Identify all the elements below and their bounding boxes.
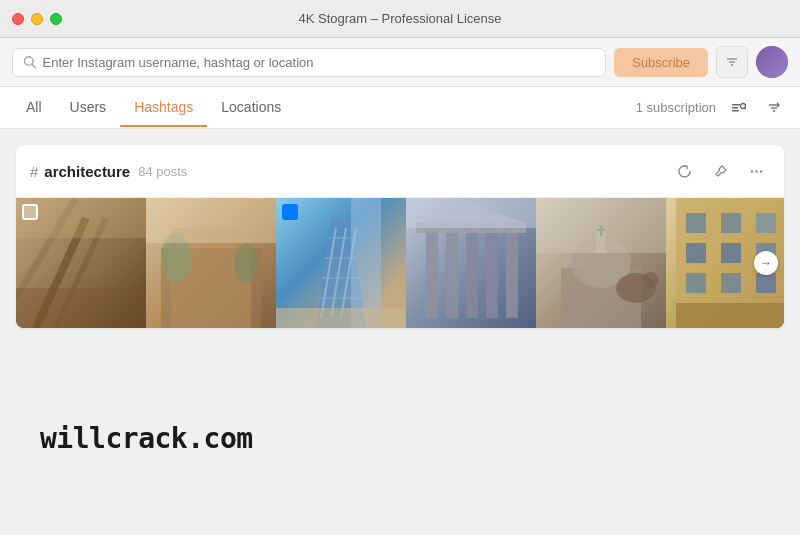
sort-icon — [766, 100, 782, 116]
svg-rect-56 — [536, 198, 666, 253]
image-checkbox-3[interactable] — [282, 204, 298, 220]
svg-rect-27 — [146, 198, 276, 243]
search-input[interactable] — [43, 55, 596, 70]
hashtag-name: architecture — [44, 163, 130, 180]
nav-tabs: All Users Hashtags Locations 1 subscript… — [0, 87, 800, 129]
svg-point-26 — [234, 243, 258, 283]
svg-rect-60 — [721, 213, 741, 233]
image-svg-2 — [146, 198, 276, 328]
images-row: → — [16, 198, 784, 328]
svg-rect-20 — [16, 288, 146, 328]
svg-point-13 — [750, 170, 752, 172]
image-thumb-1[interactable] — [16, 198, 146, 328]
svg-rect-41 — [446, 228, 458, 318]
svg-rect-59 — [686, 213, 706, 233]
svg-rect-6 — [732, 107, 738, 109]
more-icon — [749, 164, 764, 179]
pin-button[interactable] — [706, 157, 734, 185]
avatar-image — [756, 46, 788, 78]
svg-rect-61 — [756, 213, 776, 233]
svg-line-1 — [32, 64, 35, 67]
svg-rect-40 — [426, 228, 438, 318]
search-icon — [23, 55, 37, 69]
svg-rect-66 — [721, 273, 741, 293]
svg-rect-43 — [486, 228, 498, 318]
search-bar: Subscribe — [0, 38, 800, 87]
content-area: # architecture 84 posts — [0, 129, 800, 535]
traffic-lights — [12, 13, 62, 25]
tab-locations[interactable]: Locations — [207, 89, 295, 127]
more-options-button[interactable] — [742, 157, 770, 185]
sort-button[interactable] — [760, 94, 788, 122]
hashtag-symbol: # — [30, 163, 38, 180]
svg-rect-68 — [676, 303, 784, 328]
image-svg-5 — [536, 198, 666, 328]
minimize-button[interactable] — [31, 13, 43, 25]
svg-rect-67 — [756, 273, 776, 293]
svg-rect-44 — [506, 228, 518, 318]
image-svg-4 — [406, 198, 536, 328]
filter-button[interactable] — [716, 46, 748, 78]
search-subscriptions-button[interactable] — [724, 94, 752, 122]
svg-rect-5 — [732, 104, 740, 106]
hashtag-header: # architecture 84 posts — [16, 145, 784, 198]
image-thumb-5[interactable] — [536, 198, 666, 328]
svg-line-9 — [745, 108, 746, 110]
image-checkbox-1[interactable] — [22, 204, 38, 220]
image-thumb-2[interactable] — [146, 198, 276, 328]
filter-icon — [725, 55, 739, 69]
svg-rect-38 — [276, 308, 406, 328]
svg-rect-7 — [732, 110, 739, 112]
tab-users[interactable]: Users — [56, 89, 121, 127]
svg-point-15 — [759, 170, 761, 172]
window-title: 4K Stogram – Professional License — [298, 11, 501, 26]
tab-hashtags[interactable]: Hashtags — [120, 89, 207, 127]
svg-point-55 — [643, 272, 659, 288]
svg-rect-47 — [406, 198, 536, 228]
title-bar: 4K Stogram – Professional License — [0, 0, 800, 38]
refresh-icon — [677, 164, 692, 179]
watermark: willcrack.com — [40, 422, 253, 455]
hashtag-actions — [670, 157, 770, 185]
svg-point-14 — [755, 170, 757, 172]
refresh-button[interactable] — [670, 157, 698, 185]
next-image-button[interactable]: → — [754, 251, 778, 275]
avatar[interactable] — [756, 46, 788, 78]
nav-right: 1 subscription — [636, 94, 788, 122]
svg-rect-42 — [466, 228, 478, 318]
hashtag-posts: 84 posts — [138, 164, 187, 179]
svg-rect-62 — [686, 243, 706, 263]
maximize-button[interactable] — [50, 13, 62, 25]
image-thumb-4[interactable] — [406, 198, 536, 328]
tab-all[interactable]: All — [12, 89, 56, 127]
search-input-wrapper — [12, 48, 606, 77]
hashtag-card: # architecture 84 posts — [16, 145, 784, 328]
svg-rect-63 — [721, 243, 741, 263]
app-container: Subscribe All Users Hashtags Locations 1… — [0, 38, 800, 535]
subscription-count: 1 subscription — [636, 100, 716, 115]
search-list-icon — [730, 100, 746, 116]
image-thumb-3[interactable] — [276, 198, 406, 328]
svg-rect-65 — [686, 273, 706, 293]
subscribe-button[interactable]: Subscribe — [614, 48, 708, 77]
close-button[interactable] — [12, 13, 24, 25]
pin-icon — [713, 164, 728, 179]
